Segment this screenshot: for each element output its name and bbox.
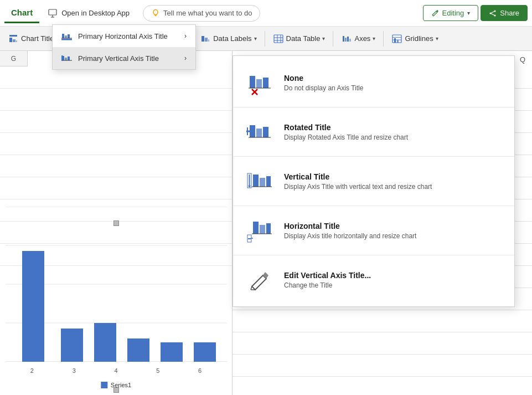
svg-rect-46 [94, 323, 116, 362]
submenu-divider-2 [233, 156, 514, 157]
share-label: Share [500, 9, 519, 17]
svg-rect-61 [256, 79, 262, 88]
axes-chevron-icon: ▾ [373, 35, 375, 42]
svg-rect-80 [260, 225, 265, 234]
axes-button[interactable]: Axes ▾ [335, 30, 381, 48]
submenu-divider-1 [233, 107, 514, 107]
data-labels-chevron-icon: ▾ [254, 35, 257, 42]
none-title: None [284, 74, 363, 83]
desktop-icon [48, 8, 58, 18]
toolbar-sep-5 [333, 31, 333, 47]
chart-title-icon [8, 33, 19, 44]
vertical-text: Vertical Title Display Axis Title with v… [284, 172, 432, 191]
svg-line-9 [491, 11, 494, 13]
svg-rect-48 [161, 342, 183, 362]
svg-rect-74 [266, 176, 271, 187]
vertical-desc: Display Axis Title with vertical text an… [284, 183, 432, 191]
edit-desc: Change the Title [284, 281, 371, 289]
rotated-text: Rotated Title Display Rotated Axis Title… [284, 123, 408, 141]
edit-text: Edit Vertical Axis Title... Change the T… [284, 271, 371, 289]
svg-rect-45 [61, 329, 83, 362]
svg-rect-31 [345, 38, 347, 42]
submenu-edit-item[interactable]: Edit Vertical Axis Title... Change the T… [233, 258, 514, 302]
svg-rect-62 [263, 78, 268, 88]
svg-point-3 [153, 9, 158, 14]
data-table-button[interactable]: Data Table ▾ [267, 30, 331, 48]
svg-rect-68 [263, 127, 268, 137]
chart-bottom-resize-handle[interactable] [113, 387, 119, 393]
submenu-divider-3 [233, 206, 514, 206]
svg-rect-67 [256, 129, 262, 137]
x-label-2: 2 [30, 367, 34, 374]
svg-rect-60 [250, 76, 255, 88]
submenu-horizontal-item[interactable]: Horizontal Title Display Axis title hori… [233, 208, 514, 253]
svg-rect-4 [154, 14, 157, 15]
svg-rect-51 [65, 35, 67, 38]
svg-rect-11 [9, 35, 17, 37]
q-label: Q [520, 55, 525, 64]
tab-chart[interactable]: Chart [4, 3, 39, 23]
primary-horizontal-axis-item[interactable]: Primary Horizontal Axis Title › [53, 25, 195, 47]
open-desktop-button[interactable]: Open in Desktop App [42, 5, 136, 22]
svg-line-86 [251, 286, 252, 290]
svg-rect-73 [260, 178, 265, 187]
ribbon: Chart Open in Desktop App Tell me what y… [0, 0, 532, 27]
edit-icon [246, 266, 273, 293]
axes-icon [341, 33, 352, 44]
submenu-rotated-item[interactable]: Rotated Title Display Rotated Axis Title… [233, 110, 514, 154]
col-header-label: G [11, 55, 16, 63]
chart-title-label: Chart Title [21, 34, 54, 43]
primary-vertical-axis-item[interactable]: Primary Vertical Axis Title › [53, 47, 195, 69]
legend-color-swatch [101, 382, 107, 388]
open-desktop-label: Open in Desktop App [61, 9, 130, 17]
gridlines-button[interactable]: Gridlines ▾ [386, 30, 443, 48]
svg-rect-33 [349, 39, 351, 42]
share-button[interactable]: Share [481, 5, 528, 21]
svg-rect-32 [347, 37, 349, 42]
data-table-chevron-icon: ▾ [322, 35, 325, 42]
svg-rect-72 [253, 175, 259, 187]
svg-rect-57 [68, 57, 70, 60]
data-labels-label: Data Labels [213, 34, 251, 43]
rotated-title: Rotated Title [284, 123, 408, 132]
tell-me-label: Tell me what you want to do [163, 9, 252, 17]
vertical-arrow-icon: › [184, 54, 187, 62]
horizontal-title: Horizontal Title [284, 222, 416, 230]
svg-rect-81 [266, 223, 271, 234]
pencil-icon [431, 9, 439, 17]
editing-label: Editing [442, 9, 464, 17]
lightbulb-icon [151, 9, 160, 18]
submenu-vertical-item[interactable]: Vertical Title Display Axis Title with v… [233, 159, 514, 203]
tell-me-button[interactable]: Tell me what you want to do [143, 5, 260, 22]
editing-button[interactable]: Editing ▾ [423, 5, 479, 21]
axis-type-submenu: None Do not display an Axis Title Rotate… [233, 55, 515, 307]
svg-rect-22 [202, 36, 204, 42]
svg-line-10 [491, 13, 494, 15]
horizontal-title-icon [246, 217, 273, 244]
axes-label: Axes [354, 34, 370, 43]
svg-rect-44 [22, 251, 44, 362]
horizontal-arrow-icon: › [184, 32, 187, 40]
axis-titles-dropdown: Primary Horizontal Axis Title › Primary … [52, 24, 196, 70]
none-text: None Do not display an Axis Title [284, 74, 363, 92]
horizontal-desc: Display Axis title horizontally and resi… [284, 232, 416, 240]
svg-rect-71 [247, 127, 248, 135]
svg-rect-59 [61, 55, 63, 61]
data-labels-button[interactable]: Data Labels ▾ [194, 30, 262, 48]
gridlines-label: Gridlines [405, 34, 433, 43]
svg-rect-56 [65, 58, 67, 60]
svg-rect-79 [253, 222, 259, 234]
none-desc: Do not display an Axis Title [284, 84, 363, 92]
share-icon [489, 9, 497, 17]
submenu-none-item[interactable]: None Do not display an Axis Title [233, 60, 514, 105]
toolbar-sep-6 [383, 31, 384, 47]
chart-area: G [0, 51, 233, 395]
svg-rect-23 [205, 38, 208, 42]
x-label-3: 3 [73, 367, 76, 374]
primary-horizontal-label: Primary Horizontal Axis Title [78, 32, 168, 40]
x-axis-labels: 2 3 4 5 6 [6, 367, 226, 374]
primary-vertical-icon [61, 53, 73, 64]
data-table-icon [273, 33, 284, 44]
rotated-desc: Display Rotated Axis Title and resize ch… [284, 134, 408, 141]
svg-rect-25 [274, 35, 283, 43]
